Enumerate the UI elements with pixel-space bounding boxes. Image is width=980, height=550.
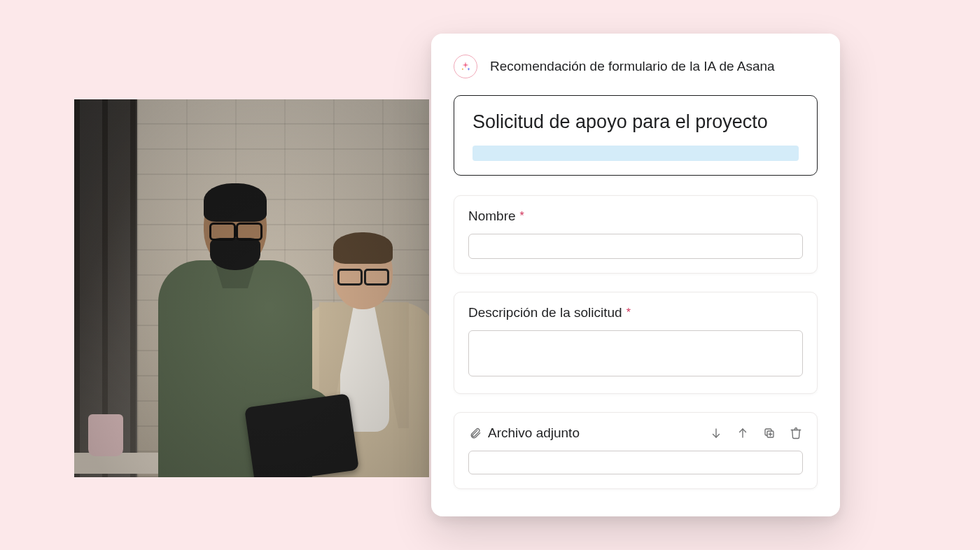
form-title: Solicitud de apoyo para el proyecto xyxy=(472,111,799,133)
arrow-up-icon[interactable] xyxy=(736,426,750,440)
form-description-placeholder-bar xyxy=(472,146,799,161)
trash-icon[interactable] xyxy=(789,426,803,440)
hero-photo xyxy=(74,99,429,477)
description-input[interactable] xyxy=(468,330,803,376)
field-label-description: Descripción de la solicitud * xyxy=(468,305,803,320)
field-label-name-text: Nombre xyxy=(468,209,516,224)
attachment-dropzone[interactable] xyxy=(468,451,803,474)
card-header: Recomendación de formulario de la IA de … xyxy=(454,55,818,78)
name-input[interactable] xyxy=(468,234,803,259)
field-card-attachment: Archivo adjunto xyxy=(454,412,818,489)
ai-sparkle-icon xyxy=(454,55,477,78)
form-recommendation-card: Recomendación de formulario de la IA de … xyxy=(431,34,840,516)
field-label-attachment-text: Archivo adjunto xyxy=(488,425,580,441)
duplicate-icon[interactable] xyxy=(762,426,776,440)
svg-point-0 xyxy=(462,69,463,70)
field-label-name: Nombre * xyxy=(468,209,803,224)
field-label-description-text: Descripción de la solicitud xyxy=(468,305,622,320)
paperclip-icon xyxy=(468,426,482,440)
required-asterisk: * xyxy=(626,307,631,318)
field-card-name: Nombre * xyxy=(454,195,818,274)
form-title-block[interactable]: Solicitud de apoyo para el proyecto xyxy=(454,95,818,176)
arrow-down-icon[interactable] xyxy=(709,426,723,440)
card-title: Recomendación de formulario de la IA de … xyxy=(490,59,775,74)
field-card-description: Descripción de la solicitud * xyxy=(454,292,818,394)
required-asterisk: * xyxy=(520,211,524,222)
